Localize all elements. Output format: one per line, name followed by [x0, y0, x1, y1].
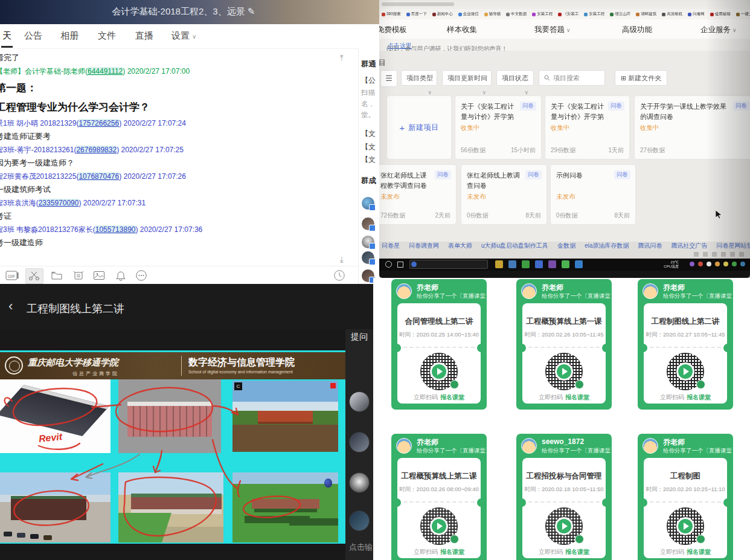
related-link[interactable]: 问卷调查网 — [409, 242, 439, 250]
taskbar-app-icon[interactable] — [562, 260, 569, 268]
member-avatar[interactable] — [362, 251, 374, 264]
viewer-avatar[interactable] — [349, 391, 370, 412]
sidebar-item[interactable]: 群通 — [361, 59, 376, 69]
viewer-avatar[interactable] — [349, 432, 370, 452]
bookmark-item[interactable]: 问卷网 — [688, 11, 705, 17]
qr-code[interactable] — [667, 507, 704, 545]
taskbar-app-icon[interactable] — [575, 260, 583, 268]
taskbar-app-icon[interactable] — [522, 260, 530, 268]
bookmark-item[interactable]: 安装工程 — [584, 11, 604, 17]
member-avatar[interactable] — [362, 197, 374, 210]
qr-code[interactable] — [545, 507, 583, 545]
related-link[interactable]: 表单大师 — [448, 242, 472, 250]
scroll-down-icon[interactable]: ⤓ — [340, 255, 351, 266]
tab-文件[interactable]: 文件 — [98, 30, 116, 42]
qq-number-link[interactable]: 644491112 — [88, 67, 123, 76]
project-card[interactable]: 示例问卷问卷未发布0份数据8天前 — [550, 164, 636, 225]
project-card[interactable]: 张红老师线上课程教学调查问卷问卷未发布72份数据2天前 — [379, 164, 457, 225]
filter-project-status[interactable]: 项目状态∨ — [496, 70, 534, 86]
bell-icon[interactable] — [112, 268, 129, 283]
qr-code[interactable] — [420, 507, 458, 545]
live-classroom-share-card[interactable]: 乔老师给你分享了一个〔直播课堂〕合同管理线上第二讲时间：2020.02.25 1… — [391, 279, 487, 410]
live-classroom-share-card[interactable]: 乔老师给你分享了一个〔直播课堂〕工程概预算线上第二课时间：2020.02.26 … — [391, 434, 487, 560]
scroll-up-icon[interactable]: ⤒ — [340, 53, 351, 64]
nav-item-我要答题[interactable]: 我要答题∨ — [534, 25, 571, 35]
project-card[interactable]: 关于开学第一课线上教学效果的调查问卷问卷收集中27份数据 — [634, 95, 750, 159]
qr-code[interactable] — [420, 353, 458, 390]
tray-icon[interactable] — [740, 262, 745, 266]
related-link[interactable]: 腾讯社交广告 — [671, 242, 707, 250]
related-link[interactable]: eia原油库存数据 — [585, 242, 629, 250]
member-avatar[interactable] — [362, 217, 374, 230]
cortana-icon[interactable] — [385, 261, 392, 268]
qq-number-link[interactable]: 2335970090 — [39, 199, 79, 207]
qq-number-link[interactable]: 2676989832 — [76, 146, 117, 154]
tray-icon[interactable] — [732, 262, 737, 266]
bookmark-item[interactable]: 缙云山庄 — [610, 11, 630, 17]
bookmark-item[interactable]: 使用秘籍 — [710, 11, 731, 17]
tray-icon[interactable] — [715, 262, 720, 266]
taskbar-search[interactable] — [409, 260, 488, 269]
ask-question-button[interactable]: 提问 — [345, 332, 373, 343]
filter-project-type[interactable]: 项目类型∨ — [401, 70, 437, 86]
bookmark-item[interactable]: 百度一下 — [406, 11, 427, 17]
nav-item-样本收集[interactable]: 样本收集 — [447, 25, 477, 35]
image-icon[interactable] — [91, 268, 107, 283]
clock-icon[interactable] — [331, 268, 348, 283]
bookmark-item[interactable]: 企业微信 — [458, 11, 479, 17]
nav-item-企业服务[interactable]: 企业服务∨ — [700, 25, 737, 35]
bookmark-item[interactable]: 中文数据 — [506, 11, 527, 17]
task-view-icon[interactable] — [397, 262, 403, 268]
project-card[interactable]: 关于《安装工程计量与计价》开学第一课线上教...问卷收集中56份数据15小时前 — [455, 95, 542, 159]
live-classroom-share-card[interactable]: 乔老师给你分享了一个〔直播课堂〕工程制图时间：2020.02.20 10:25~… — [638, 434, 733, 560]
nav-item-免费模板[interactable]: 免费模板 — [379, 25, 407, 35]
taskbar-app-icon[interactable] — [508, 260, 516, 268]
tray-icon[interactable] — [723, 262, 728, 266]
related-link[interactable]: 腾讯问卷 — [638, 242, 662, 250]
member-avatar[interactable] — [362, 236, 374, 248]
viewer-avatar[interactable] — [349, 510, 370, 531]
project-card[interactable]: 关于《安装工程计量与计价》开学第一课线上教...问卷收集中29份数据1天前 — [545, 95, 630, 159]
list-view-icon[interactable]: ☰ — [380, 70, 397, 87]
qq-number-link[interactable]: 1055713890 — [95, 225, 136, 234]
live-classroom-share-card[interactable]: 乔老师给你分享了一个〔直播课堂〕工程制图线上第二讲时间：2020.02.27 1… — [638, 279, 733, 410]
new-project-button[interactable]: +新建项目 — [386, 95, 452, 159]
member-avatar[interactable] — [362, 269, 374, 282]
tab-相册[interactable]: 相册 — [60, 30, 79, 42]
chat-input-hint[interactable]: 点击输 — [349, 542, 373, 553]
viewer-avatar[interactable] — [349, 472, 370, 493]
tray-icon[interactable] — [707, 262, 711, 266]
bookmark-item[interactable]: 360搜索 — [382, 11, 401, 17]
tray-icon[interactable] — [690, 262, 694, 266]
gif-icon[interactable]: GIF — [4, 268, 21, 283]
nav-item-高级功能[interactable]: 高级功能 — [622, 25, 652, 35]
new-folder-button[interactable]: ⊞ 新建文件夹 — [615, 70, 667, 86]
taskbar-app-icon[interactable] — [495, 260, 503, 268]
back-chevron-icon[interactable]: ‹ — [8, 300, 13, 313]
sidebar-item[interactable]: 【公 — [361, 76, 376, 86]
project-card[interactable]: 张红老师线上教调查问卷问卷未发布0份数据8天前 — [461, 164, 547, 225]
tray-icon[interactable] — [698, 262, 703, 266]
related-link[interactable]: u大师u盘启动盘制作工具 — [481, 242, 548, 250]
sidebar-item[interactable]: 群成 — [361, 176, 376, 186]
tab-天[interactable]: 天 — [2, 30, 11, 42]
project-search-input[interactable]: 项目搜索 — [539, 70, 605, 86]
related-link[interactable]: 问卷星 — [382, 242, 400, 250]
tab-公告[interactable]: 公告 — [24, 30, 42, 42]
tab-设置[interactable]: 设置∨ — [171, 30, 196, 42]
qr-code[interactable] — [667, 353, 704, 390]
more-icon[interactable] — [133, 268, 150, 283]
qq-number-link[interactable]: 1757266256 — [79, 119, 119, 127]
taskbar-app-icon[interactable] — [535, 260, 543, 268]
bookmark-item[interactable]: 《安装工 — [558, 11, 579, 17]
bookmark-item[interactable]: 新闻中心 — [432, 11, 453, 17]
bookmark-item[interactable]: 湖畔建筑 — [636, 11, 656, 17]
qr-code[interactable] — [545, 353, 583, 390]
related-link[interactable]: 金数据 — [557, 242, 575, 250]
bookmark-item[interactable]: 安装工程 — [532, 11, 553, 17]
tab-直播[interactable]: 直播 — [135, 30, 153, 42]
filter-update-time[interactable]: 项目更新时间∨ — [442, 70, 492, 86]
sidebar-item[interactable]: 【文 — [361, 142, 376, 152]
sidebar-item[interactable]: 【文 — [361, 155, 376, 165]
taskbar-app-icon[interactable] — [548, 260, 556, 268]
